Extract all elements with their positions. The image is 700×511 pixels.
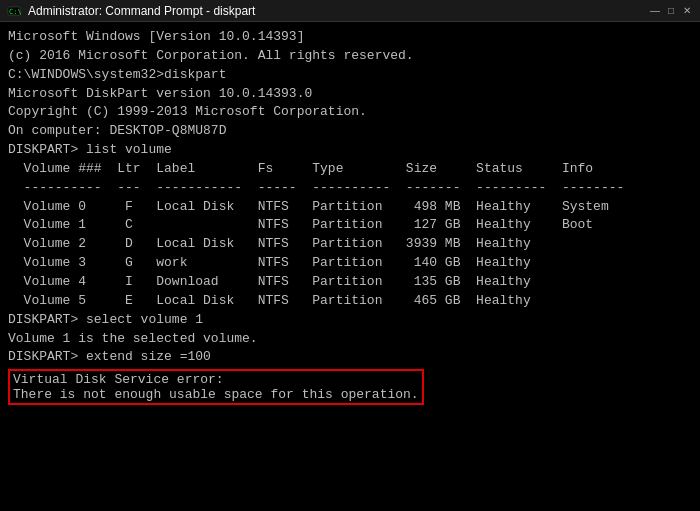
console-line: DISKPART> list volume bbox=[8, 141, 692, 160]
console-line: Volume 5 E Local Disk NTFS Partition 465… bbox=[8, 292, 692, 311]
console-line: Volume 0 F Local Disk NTFS Partition 498… bbox=[8, 198, 692, 217]
console-line: C:\WINDOWS\system32>diskpart bbox=[8, 66, 692, 85]
console-line: Volume 1 C NTFS Partition 127 GB Healthy… bbox=[8, 216, 692, 235]
console-line: ---------- --- ----------- ----- -------… bbox=[8, 179, 692, 198]
console-line: Volume 4 I Download NTFS Partition 135 G… bbox=[8, 273, 692, 292]
app-icon: C:\ bbox=[6, 3, 22, 19]
console-line: Microsoft Windows [Version 10.0.14393] bbox=[8, 28, 692, 47]
console-line: Volume ### Ltr Label Fs Type Size Status… bbox=[8, 160, 692, 179]
title-bar: C:\ Administrator: Command Prompt - disk… bbox=[0, 0, 700, 22]
maximize-button[interactable]: □ bbox=[664, 4, 678, 18]
console-line: On computer: DESKTOP-Q8MU87D bbox=[8, 122, 692, 141]
console-line: Microsoft DiskPart version 10.0.14393.0 bbox=[8, 85, 692, 104]
window-controls[interactable]: — □ ✕ bbox=[648, 4, 694, 18]
console-line: DISKPART> select volume 1 bbox=[8, 311, 692, 330]
console-line: (c) 2016 Microsoft Corporation. All righ… bbox=[8, 47, 692, 66]
console-line: Volume 2 D Local Disk NTFS Partition 393… bbox=[8, 235, 692, 254]
console-line: Volume 1 is the selected volume. bbox=[8, 330, 692, 349]
close-button[interactable]: ✕ bbox=[680, 4, 694, 18]
error-box: Virtual Disk Service error:There is not … bbox=[8, 369, 424, 405]
error-line: There is not enough usable space for thi… bbox=[13, 387, 419, 402]
console-line: Volume 3 G work NTFS Partition 140 GB He… bbox=[8, 254, 692, 273]
svg-text:C:\: C:\ bbox=[9, 8, 21, 16]
error-line: Virtual Disk Service error: bbox=[13, 372, 419, 387]
console-line: Copyright (C) 1999-2013 Microsoft Corpor… bbox=[8, 103, 692, 122]
minimize-button[interactable]: — bbox=[648, 4, 662, 18]
console-output: Microsoft Windows [Version 10.0.14393](c… bbox=[0, 22, 700, 511]
console-line: DISKPART> extend size =100 bbox=[8, 348, 692, 367]
window-title: Administrator: Command Prompt - diskpart bbox=[28, 4, 642, 18]
